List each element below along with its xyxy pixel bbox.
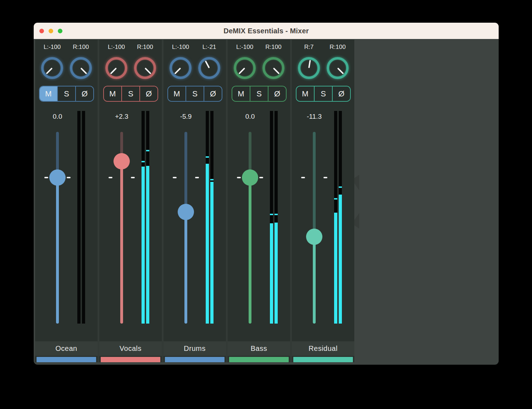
level-meter-right [82,111,85,324]
knob-pointer-icon [308,60,311,68]
phase-button[interactable]: Ø [268,86,286,101]
fader-track[interactable] [313,132,316,324]
channel-strip: L:-100 R:100 M S Ø +2.3 [99,40,162,362]
pan-left-knob[interactable] [298,57,320,79]
channel-color-bar [37,357,96,362]
fader-handle[interactable] [306,229,322,245]
fader-track-lower [313,237,316,324]
level-meter-right [146,111,149,324]
channel-name: Vocals [99,341,162,356]
fader-track-lower [249,178,251,324]
knob-pointer-icon [205,61,210,68]
zero-db-tick [301,177,305,178]
solo-button[interactable]: S [185,86,204,101]
pan-right-knob[interactable] [327,57,349,79]
fader-track-lower [184,212,187,324]
meter-level-fill [146,166,149,324]
window-title: DeMIX Essentials - Mixer [34,23,499,39]
mute-button[interactable]: M [232,86,250,101]
fader-handle[interactable] [113,153,130,169]
pan-left-knob[interactable] [105,57,127,79]
channel-name: Residual [292,341,354,356]
pan-left-knob[interactable] [170,57,192,79]
zero-db-tick [44,177,48,178]
zero-db-tick [323,177,327,178]
zero-db-tick [109,177,112,178]
pan-right-knob[interactable] [198,57,220,79]
titlebar: DeMIX Essentials - Mixer [34,23,499,39]
meter-level-fill [339,195,342,324]
channel-mode-buttons: M S Ø [103,86,158,102]
fader-meter-area [228,111,290,324]
pan-right-knob[interactable] [262,57,284,79]
meter-peak-mark [142,161,145,162]
pan-right-value: R:100 [257,44,290,51]
pan-left-knob[interactable] [234,57,256,79]
channel-color-bar [165,357,225,362]
fader-handle[interactable] [242,169,258,186]
solo-button[interactable]: S [121,86,139,101]
level-meter-left [334,111,337,324]
level-meter-right [210,111,214,324]
pan-right-value: R:100 [128,44,162,51]
solo-button[interactable]: S [250,86,268,101]
meter-peak-mark [334,198,337,200]
knob-pointer-icon [81,68,87,74]
knob-pointer-icon [273,68,280,74]
meter-peak-mark [275,214,278,215]
channel-mode-buttons: M S Ø [232,86,287,102]
meter-peak-mark [146,150,149,151]
fader-handle[interactable] [49,169,66,186]
pan-right-value: R:100 [64,44,98,51]
pan-right-knob[interactable] [70,57,92,79]
level-meter-left [270,111,273,324]
solo-button[interactable]: S [314,86,332,101]
channel-strip: R:7 R:100 M S Ø -11.3 [292,40,354,362]
phase-button[interactable]: Ø [139,86,157,101]
phase-button[interactable]: Ø [204,86,222,101]
mute-button[interactable]: M [40,86,57,101]
meter-level-fill [334,213,337,324]
fader-meter-area [292,111,354,324]
zero-db-tick [131,177,135,178]
fader-track[interactable] [56,132,59,324]
mute-button[interactable]: M [297,86,314,101]
fader-track[interactable] [184,132,187,324]
fader-track-upper [184,132,187,212]
knob-pointer-icon [337,68,344,74]
level-meter-left [142,111,145,324]
pan-left-knob[interactable] [41,57,63,79]
mute-button[interactable]: M [168,86,185,101]
knob-pointer-icon [174,68,181,74]
knob-pointer-icon [110,68,117,74]
zero-db-tick [259,177,263,178]
phase-button[interactable]: Ø [75,86,93,101]
channel-mode-buttons: M S Ø [167,86,222,102]
meter-level-fill [142,167,145,324]
meter-level-fill [270,223,273,324]
channel-color-bar [293,357,353,362]
phase-button[interactable]: Ø [332,86,350,101]
knob-pointer-icon [145,68,151,74]
mixer-content: L:-100 R:100 M S Ø 0.0 [34,39,499,365]
level-meter-left [77,111,81,324]
channel-color-bar [101,357,160,362]
channel-strips: L:-100 R:100 M S Ø 0.0 [35,40,354,362]
channel-name: Drums [164,341,226,356]
fader-meter-area [99,111,162,324]
level-meter-left [206,111,209,324]
solo-button[interactable]: S [57,86,75,101]
knob-pointer-icon [238,68,245,74]
mute-button[interactable]: M [104,86,121,101]
meter-level-fill [275,223,278,324]
meter-peak-mark [206,156,209,158]
zero-db-tick [237,177,241,178]
pan-right-knob[interactable] [134,57,156,79]
fader-track-lower [56,178,59,324]
fader-track-lower [120,161,123,324]
meter-level-fill [210,182,214,324]
channel-color-bar [229,357,289,362]
fader-track[interactable] [249,132,251,324]
fader-handle[interactable] [178,204,194,220]
level-meter-right [339,111,342,324]
